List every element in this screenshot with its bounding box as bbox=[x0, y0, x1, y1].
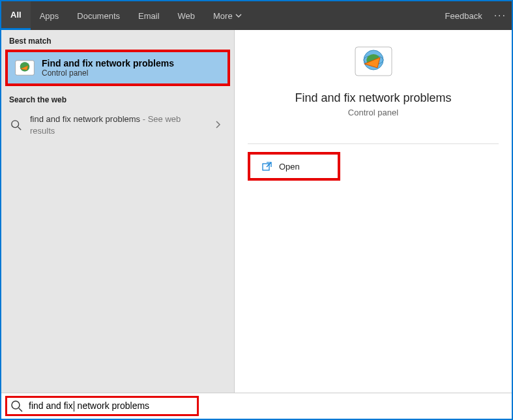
search-input[interactable]: find and fix network problems bbox=[29, 400, 512, 412]
feedback-link[interactable]: Feedback bbox=[445, 11, 482, 21]
svg-line-10 bbox=[19, 408, 22, 412]
best-match-title: Find and fix network problems bbox=[42, 58, 174, 68]
best-match-subtitle: Control panel bbox=[42, 68, 174, 78]
best-match-result[interactable]: Find and fix network problems Control pa… bbox=[5, 50, 230, 86]
open-action[interactable]: Open bbox=[248, 152, 340, 181]
tab-documents[interactable]: Documents bbox=[68, 1, 129, 30]
tab-web[interactable]: Web bbox=[169, 1, 205, 30]
web-result-query: find and fix network problems bbox=[30, 114, 140, 124]
search-icon bbox=[10, 400, 23, 413]
open-icon bbox=[262, 161, 272, 172]
tab-apps[interactable]: Apps bbox=[31, 1, 68, 30]
more-options-icon[interactable]: ··· bbox=[494, 10, 506, 22]
svg-line-3 bbox=[18, 127, 22, 130]
best-match-header: Best match bbox=[1, 30, 234, 50]
search-web-header: Search the web bbox=[1, 89, 234, 108]
detail-title: Find and fix network problems bbox=[235, 91, 512, 105]
tab-more[interactable]: More bbox=[204, 1, 251, 30]
search-text-after-caret: network problems bbox=[75, 400, 149, 411]
tab-email[interactable]: Email bbox=[129, 1, 169, 30]
web-search-result[interactable]: find and fix network problems - See web … bbox=[1, 108, 234, 142]
tab-more-label: More bbox=[213, 11, 233, 21]
detail-panel: Find and fix network problems Control pa… bbox=[234, 30, 512, 393]
search-text-before-caret: find and fix bbox=[29, 400, 73, 411]
chevron-right-icon bbox=[209, 120, 226, 131]
search-icon bbox=[9, 118, 23, 132]
search-bar[interactable]: find and fix network problems bbox=[1, 393, 512, 419]
results-panel: Best match Find and fix network problems… bbox=[1, 30, 234, 393]
tab-all[interactable]: All bbox=[1, 1, 31, 30]
network-troubleshoot-large-icon bbox=[354, 43, 393, 82]
chevron-down-icon bbox=[235, 12, 242, 19]
detail-subtitle: Control panel bbox=[235, 108, 512, 117]
svg-point-2 bbox=[12, 121, 19, 128]
svg-rect-7 bbox=[263, 164, 269, 170]
divider bbox=[248, 143, 499, 144]
svg-point-9 bbox=[12, 401, 20, 409]
text-caret bbox=[74, 401, 74, 412]
top-tab-bar: All Apps Documents Email Web More Feedba… bbox=[1, 1, 512, 30]
network-troubleshoot-icon bbox=[14, 57, 35, 78]
open-label: Open bbox=[279, 162, 300, 172]
